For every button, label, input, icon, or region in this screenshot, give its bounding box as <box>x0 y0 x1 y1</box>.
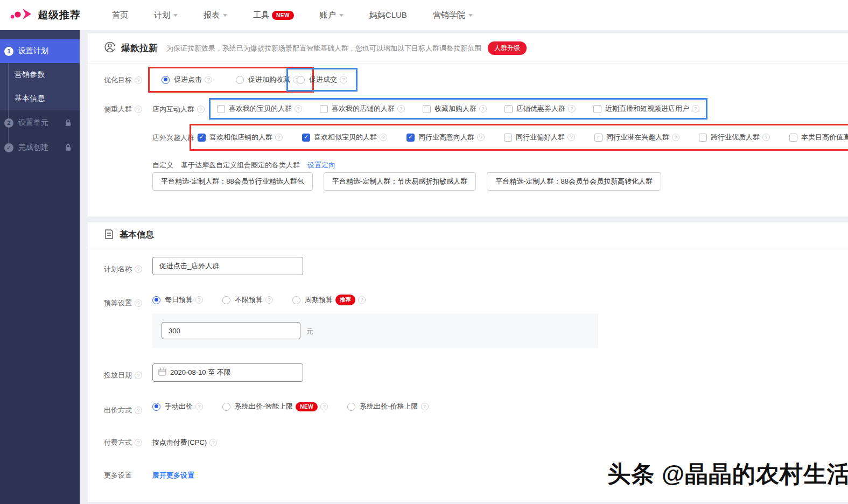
radio-icon[interactable] <box>297 76 305 84</box>
scene-icon <box>104 41 116 55</box>
help-icon[interactable] <box>295 105 302 113</box>
help-icon[interactable] <box>135 76 142 84</box>
radio-icon[interactable] <box>236 76 244 84</box>
audience-tag-button[interactable]: 平台精选-定制人群：节庆易感折扣敏感人群 <box>324 172 476 191</box>
help-icon[interactable] <box>205 76 212 83</box>
radio-icon[interactable] <box>222 403 230 411</box>
checkbox-icon[interactable] <box>504 105 513 113</box>
help-icon[interactable] <box>135 439 142 446</box>
help-icon[interactable] <box>135 299 142 307</box>
checkbox-shop-coupon[interactable]: 店铺优惠券人群 <box>504 104 576 114</box>
custom-label: 自定义 <box>152 160 173 170</box>
audience-tags-row: 平台精选-定制人群：88会员节行业精选人群包 平台精选-定制人群：节庆易感折扣敏… <box>152 172 661 191</box>
recommend-badge: 推荐 <box>335 295 355 305</box>
radio-promote-click[interactable]: 促进点击 <box>162 75 212 85</box>
checkbox-similar-item-audience[interactable]: 喜欢相似宝贝的人群 <box>302 132 387 142</box>
checkbox-icon[interactable] <box>320 105 328 113</box>
radio-system-bid-price-cap[interactable]: 系统出价-价格上限 <box>347 402 428 411</box>
help-icon[interactable] <box>135 106 142 113</box>
sidebar-item-basic-info[interactable]: 基本信息 <box>0 87 80 110</box>
help-icon[interactable] <box>135 372 142 379</box>
help-icon[interactable] <box>195 403 203 410</box>
nav-item-academy[interactable]: 营销学院 <box>433 10 473 20</box>
help-icon[interactable] <box>340 76 347 83</box>
scene-title: 爆款拉新 <box>121 42 158 54</box>
sidebar-item-marketing-params[interactable]: 营销参数 <box>0 63 80 87</box>
expand-more-settings-link[interactable]: 展开更多设置 <box>152 471 194 480</box>
help-icon[interactable] <box>672 134 679 141</box>
radio-promote-deal[interactable]: 促进成交 <box>297 75 347 85</box>
app-logo[interactable]: 超级推荐 <box>10 5 96 25</box>
radio-icon[interactable] <box>152 403 160 411</box>
help-icon[interactable] <box>320 403 328 410</box>
help-icon[interactable] <box>135 407 142 414</box>
nav-item-plan[interactable]: 计划 <box>154 10 178 20</box>
set-targeting-link[interactable]: 设置定向 <box>307 160 335 170</box>
checkbox-icon[interactable] <box>407 134 415 142</box>
help-icon[interactable] <box>380 134 387 141</box>
checkbox-category-live-lovers[interactable]: 本类目高价值直播短视频爱好者 <box>789 132 848 142</box>
checkbox-icon[interactable] <box>423 105 431 113</box>
checkbox-similar-shop-audience[interactable]: 喜欢相似店铺的人群 <box>198 132 283 142</box>
scene-description: 为保证拉新效果，系统已为爆款拉新场景配置智能基础人群，您也可以增加以下目标人群调… <box>166 44 481 53</box>
help-icon[interactable] <box>477 134 485 141</box>
help-icon[interactable] <box>479 105 487 113</box>
radio-system-bid-smart-cap[interactable]: 系统出价-智能上限NEW <box>222 402 328 411</box>
help-icon[interactable] <box>692 105 699 113</box>
help-icon[interactable] <box>358 296 366 304</box>
audience-tag-button[interactable]: 平台精选-定制人群：88会员节行业精选人群包 <box>152 172 313 191</box>
checkbox-fav-cart[interactable]: 收藏加购人群 <box>423 104 487 114</box>
checkbox-cross-industry-quality[interactable]: 跨行业优质人群 <box>699 132 770 142</box>
radio-icon[interactable] <box>222 296 230 304</box>
sidebar-step-set-unit: 2 设置单元 <box>0 110 80 135</box>
radio-unlimited-budget[interactable]: 不限预算 <box>222 295 273 305</box>
checkbox-icon[interactable] <box>217 105 225 113</box>
nav-item-tools[interactable]: 工具NEW <box>253 10 294 20</box>
nav-item-mamaclub[interactable]: 妈妈CLUB <box>369 10 407 20</box>
help-icon[interactable] <box>135 265 142 273</box>
radio-daily-budget[interactable]: 每日预算 <box>152 295 203 305</box>
nav-item-home[interactable]: 首页 <box>112 10 128 20</box>
document-icon <box>104 229 114 242</box>
checkbox-like-my-items[interactable]: 喜欢我的宝贝的人群 <box>217 104 302 114</box>
date-label: 投放日期 <box>104 370 142 380</box>
sidebar-step-set-plan[interactable]: 1 设置计划 <box>0 39 80 63</box>
watermark-text: 头条 @晶晶的农村生活 <box>607 459 848 490</box>
checkbox-icon[interactable] <box>302 134 310 142</box>
checkbox-icon[interactable] <box>593 105 601 113</box>
checkbox-industry-potential[interactable]: 同行业潜在兴趣人群 <box>594 132 679 142</box>
radio-cycle-budget[interactable]: 周期预算推荐 <box>292 295 366 305</box>
radio-icon[interactable] <box>152 296 160 304</box>
checkbox-icon[interactable] <box>594 134 602 142</box>
audience-tag-button[interactable]: 平台精选-定制人群：88会员节会员拉新高转化人群 <box>487 172 661 191</box>
scene-header: 爆款拉新 为保证拉新效果，系统已为爆款拉新场景配置智能基础人群，您也可以增加以下… <box>88 33 848 64</box>
checkbox-icon[interactable] <box>198 134 206 142</box>
checkbox-icon[interactable] <box>504 134 512 142</box>
radio-manual-bid[interactable]: 手动出价 <box>152 402 203 411</box>
help-icon[interactable] <box>421 403 429 410</box>
radio-icon[interactable] <box>162 76 170 84</box>
checkbox-icon[interactable] <box>789 134 797 142</box>
help-icon[interactable] <box>275 134 283 141</box>
radio-icon[interactable] <box>347 403 355 411</box>
help-icon[interactable] <box>397 105 405 113</box>
help-icon[interactable] <box>567 134 575 141</box>
checkbox-industry-high-intent[interactable]: 同行业高意向人群 <box>407 132 485 142</box>
help-icon[interactable] <box>209 439 217 446</box>
nav-item-account[interactable]: 账户 <box>320 10 344 20</box>
help-icon[interactable] <box>568 105 576 113</box>
checkbox-like-my-shop[interactable]: 喜欢我的店铺的人群 <box>320 104 405 114</box>
radio-icon[interactable] <box>292 296 300 304</box>
date-range-picker[interactable]: 2020-08-10 至 不限 <box>152 363 303 382</box>
plan-name-input[interactable] <box>152 257 303 275</box>
audience-upgrade-badge[interactable]: 人群升级 <box>488 41 527 55</box>
budget-amount-input[interactable] <box>162 322 300 339</box>
checkbox-recent-live-visitors[interactable]: 近期直播和短视频进店用户 <box>593 104 699 114</box>
checkbox-industry-preference[interactable]: 同行业偏好人群 <box>504 132 575 142</box>
checkbox-icon[interactable] <box>699 134 707 142</box>
help-icon[interactable] <box>265 296 273 304</box>
help-icon[interactable] <box>197 106 205 113</box>
nav-item-report[interactable]: 报表 <box>204 10 227 20</box>
help-icon[interactable] <box>762 134 770 141</box>
help-icon[interactable] <box>195 296 203 304</box>
